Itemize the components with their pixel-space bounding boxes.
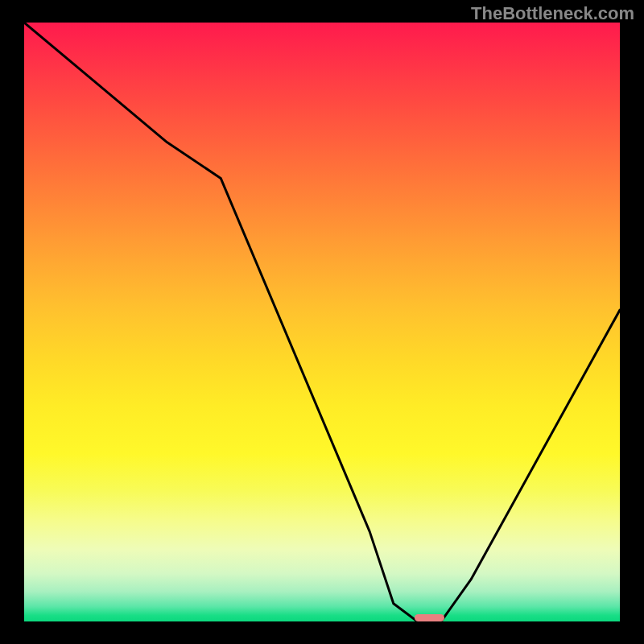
chart-plot-area	[24, 23, 620, 621]
optimal-point-marker	[415, 614, 444, 621]
chart-curve-svg	[24, 23, 620, 621]
watermark-text: TheBottleneck.com	[471, 3, 634, 24]
bottleneck-curve-line	[24, 23, 620, 621]
